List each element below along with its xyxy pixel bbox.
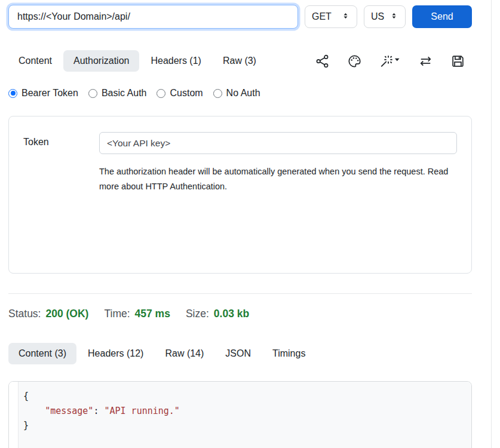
response-body: { "message": "API running."}: [8, 381, 472, 448]
url-input[interactable]: [8, 5, 298, 29]
auth-options: Bearer Token Basic Auth Custom No Auth: [8, 88, 472, 99]
request-tabs-row: Content Authorization Headers (1) Raw (3…: [8, 50, 472, 72]
response-tabs: Content (3) Headers (12) Raw (14) JSON T…: [8, 343, 317, 364]
tab-response-raw[interactable]: Raw (14): [155, 343, 214, 364]
radio-label: Basic Auth: [102, 88, 147, 99]
time-label: Time:: [104, 308, 130, 320]
tab-authorization[interactable]: Authorization: [63, 50, 139, 72]
response-tabs-row: Content (3) Headers (12) Raw (14) JSON T…: [8, 343, 472, 364]
token-help-text: The authorization header will be automat…: [99, 164, 450, 194]
status-label: Status:: [8, 308, 41, 320]
radio-unselected-icon: [88, 89, 97, 98]
palette-icon[interactable]: [348, 54, 361, 68]
method-select-value: GET: [312, 11, 332, 22]
select-expand-icon: [389, 11, 398, 23]
radio-selected-icon: [8, 89, 17, 98]
response-summary: Status: 200 (OK) Time: 457 ms Size: 0.03…: [8, 308, 472, 320]
status-value: 200 (OK): [45, 308, 88, 320]
tab-headers[interactable]: Headers (1): [140, 50, 211, 72]
method-select[interactable]: GET: [305, 5, 357, 28]
token-input[interactable]: [99, 132, 457, 154]
section-divider: [8, 293, 472, 294]
code-line: "message": "API running.": [23, 404, 465, 419]
region-select-value: US: [371, 11, 384, 22]
size-pair: Size: 0.03 kb: [186, 308, 249, 320]
request-toolbar: [315, 54, 472, 68]
radio-label: Custom: [170, 88, 203, 99]
token-label: Token: [23, 132, 99, 194]
api-client-page: GET US Send Content Authorization: [0, 0, 472, 448]
tab-response-json[interactable]: JSON: [215, 343, 261, 364]
time-pair: Time: 457 ms: [104, 308, 170, 320]
token-panel: Token The authorization header will be a…: [8, 116, 472, 274]
status-pair: Status: 200 (OK): [8, 308, 88, 320]
time-value: 457 ms: [135, 308, 170, 320]
radio-label: Bearer Token: [22, 88, 78, 99]
code-gutter: [9, 382, 19, 448]
select-expand-icon: [341, 11, 350, 23]
request-tabs: Content Authorization Headers (1) Raw (3…: [8, 50, 268, 72]
tab-response-timings[interactable]: Timings: [262, 343, 315, 364]
radio-custom[interactable]: Custom: [157, 88, 203, 99]
tab-response-content[interactable]: Content (3): [8, 343, 76, 364]
scrollbar-track[interactable]: [491, 0, 492, 448]
save-icon[interactable]: [451, 54, 465, 68]
size-value: 0.03 kb: [214, 308, 249, 320]
radio-unselected-icon: [213, 89, 222, 98]
request-bar: GET US Send: [8, 5, 472, 29]
code-line: {: [23, 389, 465, 404]
response-json-code[interactable]: { "message": "API running."}: [19, 382, 471, 448]
radio-no-auth[interactable]: No Auth: [213, 88, 260, 99]
radio-bearer-token[interactable]: Bearer Token: [8, 88, 78, 99]
radio-unselected-icon: [157, 89, 165, 98]
magic-wand-menu-icon[interactable]: [380, 54, 400, 68]
radio-basic-auth[interactable]: Basic Auth: [88, 88, 147, 99]
tab-raw[interactable]: Raw (3): [213, 50, 266, 72]
tab-response-headers[interactable]: Headers (12): [78, 343, 154, 364]
radio-label: No Auth: [226, 88, 260, 99]
send-button[interactable]: Send: [412, 5, 472, 28]
swap-arrows-icon[interactable]: [419, 54, 432, 68]
tab-content[interactable]: Content: [8, 50, 62, 72]
share-icon[interactable]: [315, 54, 329, 68]
region-select[interactable]: US: [364, 5, 406, 28]
size-label: Size:: [186, 308, 209, 320]
code-line: }: [23, 418, 465, 433]
